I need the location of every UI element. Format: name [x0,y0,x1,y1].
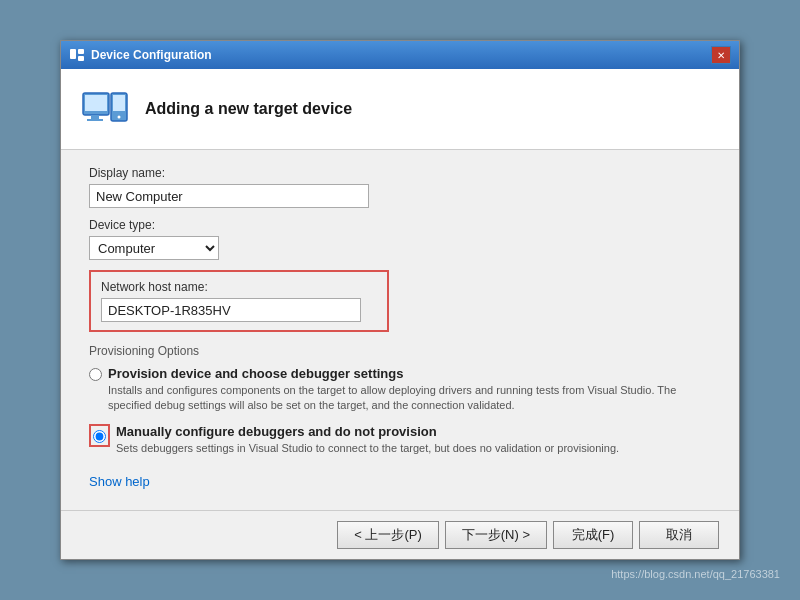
svg-rect-8 [113,95,125,111]
radio2-border [89,424,110,447]
network-host-label: Network host name: [101,280,377,294]
display-name-group: Display name: [89,166,711,208]
option1-content: Provision device and choose debugger set… [108,366,711,414]
option2-content: Manually configure debuggers and do not … [116,424,711,456]
header-section: Adding a new target device [61,69,739,150]
option1-desc: Installs and configures components on th… [108,383,711,414]
provisioning-section: Provisioning Options Provision device an… [89,344,711,456]
device-icon [81,85,129,133]
window-title: Device Configuration [91,48,212,62]
provision-radio1[interactable] [89,368,102,381]
window-icon [69,47,85,63]
network-host-input[interactable] [101,298,361,322]
display-name-label: Display name: [89,166,711,180]
next-button[interactable]: 下一步(N) > [445,521,547,549]
svg-rect-6 [87,119,103,121]
provision-option2: Manually configure debuggers and do not … [89,424,711,456]
svg-rect-2 [78,56,84,61]
device-type-select[interactable]: Computer Mobile Embedded [89,236,219,260]
watermark: https://blog.csdn.net/qq_21763381 [611,568,780,580]
header-title: Adding a new target device [145,100,352,118]
device-type-label: Device type: [89,218,711,232]
option2-desc: Sets debuggers settings in Visual Studio… [116,441,711,456]
device-type-group: Device type: Computer Mobile Embedded [89,218,711,260]
close-button[interactable]: ✕ [711,46,731,64]
display-name-input[interactable] [89,184,369,208]
title-bar-controls: ✕ [711,46,731,64]
provision-option1: Provision device and choose debugger set… [89,366,711,414]
finish-button[interactable]: 完成(F) [553,521,633,549]
svg-rect-0 [70,49,76,59]
svg-rect-4 [85,95,107,111]
device-config-window: Device Configuration ✕ Adding a new targ… [60,40,740,560]
title-bar-left: Device Configuration [69,47,212,63]
content-area: Display name: Device type: Computer Mobi… [61,150,739,510]
option2-title: Manually configure debuggers and do not … [116,424,711,439]
cancel-button[interactable]: 取消 [639,521,719,549]
network-host-section: Network host name: [89,270,389,332]
option1-title: Provision device and choose debugger set… [108,366,711,381]
provision-radio2[interactable] [93,430,106,443]
title-bar: Device Configuration ✕ [61,41,739,69]
show-help-link[interactable]: Show help [89,474,150,489]
svg-rect-1 [78,49,84,54]
footer: < 上一步(P) 下一步(N) > 完成(F) 取消 [61,510,739,559]
provisioning-title: Provisioning Options [89,344,711,358]
svg-rect-5 [91,115,99,119]
svg-point-9 [118,116,121,119]
back-button[interactable]: < 上一步(P) [337,521,439,549]
